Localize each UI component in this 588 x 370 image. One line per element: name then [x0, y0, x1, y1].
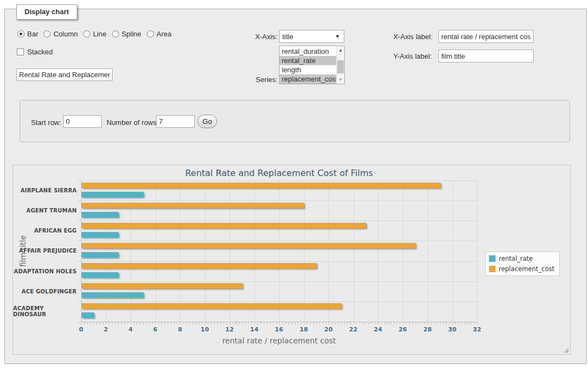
legend-item-rental_rate[interactable]: rental_rate: [489, 255, 554, 262]
radio-icon[interactable]: [112, 30, 119, 37]
scroll-down-icon[interactable]: ▼: [337, 76, 344, 84]
gridline-vertical: [255, 180, 255, 322]
rental_rate-bar[interactable]: [82, 232, 119, 237]
x-axis-tick-label: 0: [72, 326, 90, 333]
legend-swatch-icon: [489, 255, 496, 262]
x-axis-select[interactable]: title ▼: [279, 30, 344, 43]
radio-icon[interactable]: [44, 30, 51, 37]
gridline-vertical: [106, 180, 107, 322]
replacement_cost-bar[interactable]: [82, 223, 366, 228]
app-page: Display chart BarColumnLineSplineArea St…: [0, 0, 588, 370]
x-axis-tick-label: 14: [245, 326, 264, 333]
radio-icon[interactable]: [17, 30, 24, 37]
gridline-horizontal: [81, 261, 477, 262]
y-axis-tick: [78, 241, 81, 241]
rental_rate-bar[interactable]: [82, 212, 119, 217]
legend-item-replacement_cost[interactable]: replacement_cost: [489, 265, 554, 273]
gridline-horizontal: [81, 302, 477, 302]
x-axis-tick-label: 22: [344, 326, 363, 333]
start-row-input[interactable]: [63, 115, 102, 128]
chart-container: Rental Rate and Replacement Cost of Film…: [13, 165, 571, 355]
category-label: AIRPLANE SIERRA: [13, 180, 77, 200]
x-axis-tick-label: 24: [369, 326, 387, 333]
stacked-checkbox[interactable]: [17, 48, 24, 55]
x-axis-tick-label: 16: [270, 326, 288, 333]
replacement_cost-bar[interactable]: [82, 243, 416, 248]
gridline-vertical: [329, 180, 329, 322]
chart-type-radio-spline[interactable]: Spline: [112, 30, 141, 38]
chart-type-radio-line[interactable]: Line: [83, 30, 107, 38]
series-label: Series:: [256, 76, 277, 84]
rental_rate-bar[interactable]: [82, 192, 144, 197]
gridline-vertical: [378, 180, 379, 322]
scrollbar-thumb[interactable]: [337, 60, 344, 73]
dropdown-arrow-icon: ▼: [335, 34, 340, 39]
chart-title-input[interactable]: [16, 68, 113, 81]
rental_rate-bar[interactable]: [82, 272, 119, 278]
series-option-length[interactable]: length: [280, 65, 336, 74]
chart-type-radio-area[interactable]: Area: [147, 30, 171, 38]
category-label: AGENT TRUMAN: [13, 200, 77, 221]
y-axis-tick: [78, 281, 81, 282]
y-axis-tick: [78, 200, 81, 201]
gridline-vertical: [453, 180, 453, 322]
series-option-rental_rate[interactable]: rental_rate: [280, 56, 336, 65]
series-options: rental_durationrental_ratelengthreplacem…: [280, 46, 336, 84]
radio-icon[interactable]: [147, 30, 154, 37]
gridline-vertical: [477, 180, 478, 322]
y-axis-tick: [78, 180, 81, 181]
num-rows-input[interactable]: [156, 115, 195, 128]
x-axis-tick-label: 18: [295, 326, 313, 333]
radio-label: Bar: [27, 30, 38, 38]
rental_rate-bar[interactable]: [82, 252, 119, 258]
radio-label: Line: [93, 30, 107, 38]
chart-x-axis-title: rental rate / replacement cost: [81, 336, 477, 345]
category-label: ADAPTATION HOLES: [13, 261, 77, 281]
stacked-checkbox-row[interactable]: Stacked: [17, 48, 53, 56]
x-axis-label-field-label: X-Axis label:: [393, 33, 432, 41]
rental_rate-bar[interactable]: [82, 312, 94, 318]
gridline-horizontal: [81, 221, 477, 221]
category-label: ACADEMY DINOSAUR: [13, 302, 77, 322]
gridline-vertical: [131, 180, 131, 322]
scroll-up-icon[interactable]: ▲: [337, 46, 344, 54]
x-axis-label: X-Axis:: [255, 33, 277, 41]
resize-handle-icon[interactable]: [562, 347, 568, 353]
y-axis-label-input[interactable]: [438, 49, 534, 62]
go-button[interactable]: Go: [197, 115, 217, 128]
replacement_cost-bar[interactable]: [82, 203, 304, 208]
legend-label: replacement_cost: [499, 265, 554, 273]
gridline-vertical: [403, 180, 404, 322]
chart-plot-area: [81, 180, 477, 322]
gridline-vertical: [205, 180, 206, 322]
chart-type-radio-bar[interactable]: Bar: [17, 30, 38, 38]
x-axis-tick-label: 30: [443, 326, 462, 333]
replacement_cost-bar[interactable]: [82, 263, 317, 268]
series-listbox-scrollbar[interactable]: ▲ ▼: [336, 46, 344, 84]
replacement_cost-bar[interactable]: [82, 283, 243, 289]
replacement_cost-bar[interactable]: [82, 303, 342, 309]
start-row-label: Start row:: [31, 118, 61, 127]
gridline-horizontal: [81, 281, 477, 282]
x-axis-tick-label: 8: [171, 326, 189, 333]
y-axis-tick: [78, 302, 81, 302]
gridline-vertical: [156, 180, 156, 322]
radio-icon[interactable]: [83, 30, 90, 37]
series-option-rental_duration[interactable]: rental_duration: [280, 47, 336, 56]
x-axis-tick-label: 2: [97, 326, 115, 333]
x-axis-tick-label: 6: [146, 326, 165, 333]
chart-title: Rental Rate and Replacement Cost of Film…: [81, 168, 477, 178]
chart-legend: rental_ratereplacement_cost: [485, 252, 560, 276]
panel-title: Display chart: [16, 4, 77, 20]
series-option-replacement_cost[interactable]: replacement_cost: [280, 74, 336, 84]
chart-type-radio-column[interactable]: Column: [44, 30, 78, 38]
x-axis-label-input[interactable]: [438, 30, 534, 43]
gridline-vertical: [428, 180, 428, 322]
chart-type-radio-group: BarColumnLineSplineArea: [17, 30, 171, 38]
radio-label: Spline: [122, 30, 141, 38]
series-listbox[interactable]: rental_durationrental_ratelengthreplacem…: [279, 46, 345, 84]
rental_rate-bar[interactable]: [82, 292, 144, 298]
x-axis-tick-label: 12: [220, 326, 239, 333]
replacement_cost-bar[interactable]: [82, 183, 441, 188]
x-axis-tick-label: 26: [394, 326, 412, 333]
